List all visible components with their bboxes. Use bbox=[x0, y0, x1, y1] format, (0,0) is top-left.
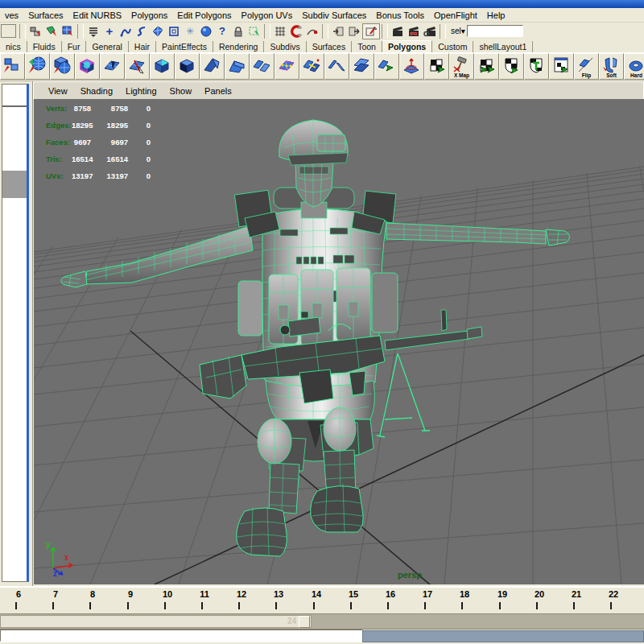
selection-mode-dropdown[interactable]: sel▾ bbox=[451, 27, 465, 35]
viewport-menu-lighting[interactable]: Lighting bbox=[119, 86, 163, 96]
viewport-menu-panels[interactable]: Panels bbox=[198, 86, 238, 96]
shelf-split-planes-icon[interactable] bbox=[324, 53, 349, 80]
time-slider[interactable]: 6 7 8 9 10 11 12 13 14 15 16 17 18 19 20… bbox=[0, 586, 644, 614]
shelf-tab-general[interactable]: General bbox=[86, 41, 128, 52]
frame-tool-icon[interactable] bbox=[166, 24, 182, 39]
menu-bonus-tools[interactable]: Bonus Tools bbox=[371, 10, 429, 20]
poly-cube-icon[interactable] bbox=[150, 24, 166, 39]
shelf-tab-subdivs[interactable]: Subdivs bbox=[264, 41, 306, 52]
toolbar-separator bbox=[19, 24, 26, 39]
highlight-selection-icon[interactable] bbox=[246, 24, 262, 39]
shelf-uv-shield-t-icon[interactable] bbox=[524, 53, 549, 80]
curve-tool-icon[interactable] bbox=[118, 24, 134, 39]
menu-polygon-uvs[interactable]: Polygon UVs bbox=[237, 10, 298, 20]
shelf-uv-crest-icon[interactable] bbox=[499, 53, 524, 80]
shelf-merge-verts-icon[interactable] bbox=[275, 53, 299, 80]
left-panel-selected-item[interactable] bbox=[2, 171, 27, 198]
pick-mask-dropdown-icon[interactable] bbox=[85, 24, 101, 39]
shelf-stacked-planes-icon[interactable] bbox=[349, 53, 374, 80]
lock-icon[interactable] bbox=[230, 24, 246, 39]
shelf-uv-project-icon[interactable] bbox=[474, 53, 499, 80]
shelf-poly-split-icon[interactable] bbox=[0, 53, 25, 80]
shelf-open-cube-icon[interactable] bbox=[175, 53, 200, 80]
playback-range-bar[interactable]: 24 bbox=[0, 615, 312, 628]
range-slider[interactable]: 24 bbox=[0, 614, 644, 630]
x-axis-arrow bbox=[53, 564, 72, 569]
sphere-tool-icon[interactable] bbox=[198, 24, 214, 39]
perspective-viewport-panel: View Shading Lighting Show Panels bbox=[32, 81, 644, 586]
hud-value: 0 bbox=[128, 121, 151, 138]
left-side-panel[interactable] bbox=[0, 81, 32, 584]
select-object-icon[interactable] bbox=[43, 24, 60, 39]
shelf-tab-fur[interactable]: Fur bbox=[62, 41, 87, 52]
snap-magnet-icon[interactable] bbox=[288, 24, 304, 39]
quick-selection-input[interactable] bbox=[467, 25, 523, 37]
frame-tick bbox=[89, 602, 91, 609]
helmet-goggles bbox=[317, 134, 345, 151]
viewport-menu-shading[interactable]: Shading bbox=[74, 86, 119, 96]
shelf-tab-rendering[interactable]: Rendering bbox=[213, 41, 264, 52]
snap-grid-icon[interactable] bbox=[272, 24, 288, 39]
shelf-revolve-axis-icon[interactable] bbox=[399, 53, 424, 80]
menu-subdiv-surfaces[interactable]: Subdiv Surfaces bbox=[297, 10, 371, 20]
shelf-smooth-cube-icon[interactable] bbox=[75, 53, 100, 80]
shelf-harden-edge-icon[interactable]: Hard bbox=[624, 53, 644, 80]
menu-surfaces[interactable]: Surfaces bbox=[23, 10, 68, 20]
shelf-flip-icon[interactable]: Flip bbox=[574, 53, 599, 80]
input-connections-icon[interactable] bbox=[330, 24, 346, 39]
shelf-poly-sphere-proj-icon[interactable] bbox=[25, 53, 50, 80]
render-current-frame-icon[interactable] bbox=[390, 24, 406, 39]
ep-curve-icon[interactable] bbox=[134, 24, 150, 39]
shelf-tab-surfaces[interactable]: Surfaces bbox=[307, 41, 352, 52]
shelf-ramp-icon[interactable] bbox=[225, 53, 250, 80]
construction-history-icon[interactable] bbox=[362, 23, 380, 39]
menu-polygons[interactable]: Polygons bbox=[126, 10, 172, 20]
shelf-tab-polygons[interactable]: Polygons bbox=[382, 40, 432, 52]
shelf-delete-edge-icon[interactable] bbox=[125, 53, 150, 80]
shelf-soften-edge-icon[interactable]: Soft bbox=[599, 53, 624, 80]
hud-value: 0 bbox=[128, 104, 151, 121]
menu-curves[interactable]: ves bbox=[0, 10, 23, 20]
left-panel-body[interactable] bbox=[2, 84, 29, 582]
command-input[interactable] bbox=[0, 630, 363, 642]
shelf-tab-painteffects[interactable]: PaintEffects bbox=[156, 41, 213, 52]
layout-shortcut-box[interactable] bbox=[1, 24, 16, 38]
ipr-render-icon[interactable]: IPR bbox=[406, 24, 422, 39]
shelf-append-poly-icon[interactable] bbox=[374, 53, 399, 80]
shelf-tab-dynamics[interactable]: nics bbox=[0, 41, 27, 52]
menu-openflight[interactable]: OpenFlight bbox=[429, 10, 482, 20]
shelf-uv-checker-icon[interactable] bbox=[424, 53, 449, 80]
shelf-cube-sphere-icon[interactable] bbox=[50, 53, 75, 80]
snap-curve-icon[interactable] bbox=[304, 24, 320, 39]
menu-help[interactable]: Help bbox=[482, 10, 510, 20]
help-tool-icon[interactable]: ? bbox=[214, 24, 230, 39]
move-tool-icon[interactable]: + bbox=[101, 24, 118, 39]
shelf-merge-edge-icon[interactable] bbox=[299, 53, 324, 80]
output-connections-icon[interactable] bbox=[346, 24, 362, 39]
shelf-tab-shelllayout1[interactable]: shellLayout1 bbox=[473, 41, 533, 52]
shelf-tab-toon[interactable]: Toon bbox=[352, 41, 382, 52]
range-end-handle[interactable] bbox=[299, 616, 310, 628]
shelf-uv-editor-icon[interactable] bbox=[549, 53, 574, 80]
viewport-canvas[interactable]: Verts:875887580 Edges:18295182950 Faces:… bbox=[34, 99, 644, 584]
viewport-menu-view[interactable]: View bbox=[42, 86, 74, 96]
select-component-icon[interactable] bbox=[60, 24, 76, 39]
shelf-tab-fluids[interactable]: Fluids bbox=[27, 41, 62, 52]
shelf-two-planes-icon[interactable] bbox=[250, 53, 275, 80]
menu-edit-polygons[interactable]: Edit Polygons bbox=[172, 10, 236, 20]
shelf-extrude-face-icon[interactable] bbox=[150, 53, 175, 80]
workspace: View Shading Lighting Show Panels bbox=[0, 81, 644, 586]
frame-tick bbox=[610, 602, 612, 609]
shelf-plane-fan-icon[interactable] bbox=[100, 53, 125, 80]
shelf-tab-custom[interactable]: Custom bbox=[432, 41, 473, 52]
render-settings-icon[interactable] bbox=[422, 24, 438, 39]
select-hierarchy-icon[interactable] bbox=[27, 24, 43, 39]
particle-tool-icon[interactable]: ✳ bbox=[182, 24, 198, 39]
toolbar-separator bbox=[440, 24, 446, 39]
shelf-xmap-hammer-icon[interactable]: X Map bbox=[449, 53, 474, 80]
shelf-wedge-icon[interactable] bbox=[200, 53, 225, 80]
frame-label: 9 bbox=[118, 589, 142, 599]
viewport-menu-show[interactable]: Show bbox=[163, 86, 199, 96]
menu-edit-nurbs[interactable]: Edit NURBS bbox=[68, 10, 127, 20]
shelf-tab-hair[interactable]: Hair bbox=[129, 41, 156, 52]
